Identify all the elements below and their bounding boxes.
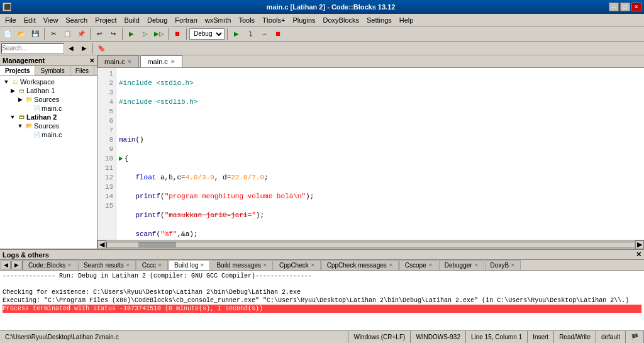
menu-item-tools[interactable]: Tools — [235, 15, 258, 25]
mainc2-file-icon: 📄 — [33, 131, 40, 138]
scroll-left-button[interactable]: ◀ — [97, 240, 106, 249]
save-button[interactable]: 💾 — [29, 28, 42, 40]
log-content[interactable]: -------------- Run: Debug in Latihan 2 (… — [0, 271, 644, 330]
debug-start-button[interactable]: ▶ — [230, 28, 243, 40]
menu-item-help[interactable]: Help — [396, 15, 418, 25]
log-tab-debugger[interactable]: Debugger ✕ — [439, 260, 484, 270]
tab-files[interactable]: Files — [70, 66, 94, 76]
tree-workspace[interactable]: ▼ 🗂 Workspace — [1, 77, 96, 86]
management-close-button[interactable]: ✕ — [89, 57, 94, 64]
tree-latihan2[interactable]: ▼ 🗃 Latihan 2 — [1, 113, 96, 121]
editor-tab-2[interactable]: main.c ✕ — [140, 55, 182, 67]
copy-button[interactable]: 📋 — [61, 28, 74, 40]
log-tab-cccc-close[interactable]: ✕ — [158, 262, 162, 268]
mainc1-file-icon: 📄 — [33, 104, 40, 112]
log-tab-cppcheck-close[interactable]: ✕ — [311, 262, 315, 268]
scroll-right-button[interactable]: ▶ — [635, 240, 644, 249]
log-tab-doxyb-close[interactable]: ✕ — [511, 262, 515, 268]
open-button[interactable]: 📂 — [15, 28, 28, 40]
menu-item-wxsmith[interactable]: wxSmith — [201, 15, 235, 25]
scroll-track[interactable] — [106, 242, 635, 248]
bookmark-button[interactable]: 🔖 — [95, 42, 108, 55]
log-tab-cscope[interactable]: Cscope ✕ — [399, 260, 438, 270]
workspace-expand-icon: ▼ — [3, 78, 10, 86]
paste-button[interactable]: 📌 — [75, 28, 87, 40]
log-tab-search-close[interactable]: ✕ — [126, 262, 130, 268]
code-line-2: #include <stdlib.h> — [119, 98, 641, 107]
debug-config-select[interactable]: Debug — [189, 28, 225, 40]
menu-item-build[interactable]: Build — [120, 15, 143, 25]
log-tab-cppcheck[interactable]: CppCheck ✕ — [274, 260, 321, 270]
log-nav-prev[interactable]: ◀ — [1, 261, 11, 269]
build-button[interactable]: ▶ — [125, 28, 138, 40]
log-tab-cscope-close[interactable]: ✕ — [428, 262, 433, 268]
new-file-button[interactable]: 📄 — [1, 28, 14, 40]
log-tab-cccc[interactable]: Cccc ✕ — [136, 260, 168, 270]
menu-item-view[interactable]: View — [40, 15, 62, 25]
editor-tab-1[interactable]: main.c ✕ — [97, 55, 139, 67]
toolbar-secondary: ◀ ▶ 🔖 — [0, 42, 644, 55]
run-button[interactable]: ▷ — [139, 28, 152, 40]
cut-button[interactable]: ✂ — [47, 28, 60, 40]
log-nav-buttons: ◀ ▶ — [0, 260, 23, 270]
log-tab-cppcheckmsg[interactable]: CppCheck messages ✕ — [321, 260, 399, 270]
logs-title-label: Logs & others — [3, 251, 49, 259]
debug-stop-button[interactable]: ⏹ — [272, 28, 284, 40]
redo-button[interactable]: ↪ — [107, 28, 119, 40]
tree-latihan2-mainc[interactable]: 📄 main.c — [1, 130, 96, 139]
minimize-button[interactable]: ─ — [609, 3, 619, 11]
logs-close-button[interactable]: ✕ — [636, 250, 641, 259]
management-title-label: Management — [3, 57, 45, 64]
log-tab-codeblocks-close[interactable]: ✕ — [67, 262, 72, 268]
log-tab-debugger-close[interactable]: ✕ — [474, 262, 479, 268]
menu-item-ttools[interactable]: Ttools+ — [258, 15, 289, 25]
code-content[interactable]: #include <stdio.h> #include <stdlib.h> m… — [116, 68, 644, 240]
log-tab-buildmsg-close[interactable]: ✕ — [263, 262, 267, 268]
nav-forward-button[interactable]: ▶ — [78, 42, 91, 55]
menu-item-doxyblocks[interactable]: DoxyBlocks — [319, 15, 363, 25]
status-bar: C:\Users\Ryuu\Desktop\Latihan 2\main.c W… — [0, 330, 644, 343]
build-run-button[interactable]: ▶▷ — [153, 28, 165, 40]
latihan1-project-icon: 🗃 — [18, 87, 25, 94]
tree-latihan1-mainc[interactable]: 📄 main.c — [1, 104, 96, 113]
close-button[interactable]: ✕ — [631, 3, 641, 11]
maximize-button[interactable]: □ — [620, 3, 630, 11]
menu-item-file[interactable]: File — [1, 15, 20, 25]
log-tab-buildlog[interactable]: Build log ✕ — [169, 260, 210, 270]
tab-projects[interactable]: Projects — [0, 66, 35, 76]
tab-symbols[interactable]: Symbols — [35, 66, 70, 76]
debug-step-button[interactable]: ⤵ — [244, 28, 257, 40]
sources2-expand-icon: ▼ — [16, 122, 24, 130]
log-tab-codeblocks[interactable]: Code::Blocks ✕ — [23, 260, 77, 270]
menu-item-plugins[interactable]: Plugins — [289, 15, 319, 25]
menu-item-edit[interactable]: Edit — [20, 15, 40, 25]
nav-back-button[interactable]: ◀ — [65, 42, 77, 55]
code-editor[interactable]: 12345 678910 1112131415 #include <stdio.… — [97, 68, 644, 240]
debug-next-button[interactable]: → — [258, 28, 270, 40]
log-nav-next[interactable]: ▶ — [11, 261, 21, 269]
menu-item-fortran[interactable]: Fortran — [171, 15, 201, 25]
app-icon: ⬛ — [3, 3, 11, 11]
management-tabs: Projects Symbols Files — [0, 66, 97, 76]
log-tab-search[interactable]: Search results ✕ — [78, 260, 136, 270]
log-tab-doxyb[interactable]: DoxyB ✕ — [485, 260, 521, 270]
log-tab-buildmsg[interactable]: Build messages ✕ — [211, 260, 273, 270]
editor-tab-2-close[interactable]: ✕ — [170, 59, 175, 65]
toolbar-separator-5 — [186, 28, 187, 40]
scroll-thumb[interactable] — [138, 242, 176, 247]
code-line-7: printf("program menghitung volume bola\n… — [119, 192, 641, 201]
tree-latihan1[interactable]: ▶ 🗃 Latihan 1 — [1, 86, 96, 95]
menu-item-project[interactable]: Project — [91, 15, 120, 25]
tree-latihan2-sources[interactable]: ▼ 📂 Sources — [1, 121, 96, 130]
horizontal-scrollbar[interactable]: ◀ ▶ — [97, 240, 644, 249]
tree-latihan1-sources[interactable]: ▶ 📁 Sources — [1, 95, 96, 104]
search-input[interactable] — [1, 43, 64, 53]
menu-item-settings[interactable]: Settings — [363, 15, 396, 25]
log-tab-cppcheckmsg-close[interactable]: ✕ — [389, 262, 393, 268]
menu-item-debug[interactable]: Debug — [143, 15, 171, 25]
log-tab-buildlog-close[interactable]: ✕ — [200, 262, 204, 268]
editor-tab-1-close[interactable]: ✕ — [127, 59, 132, 65]
undo-button[interactable]: ↩ — [93, 28, 106, 40]
menu-item-search[interactable]: Search — [62, 15, 91, 25]
stop-button[interactable]: ⏹ — [171, 28, 184, 40]
